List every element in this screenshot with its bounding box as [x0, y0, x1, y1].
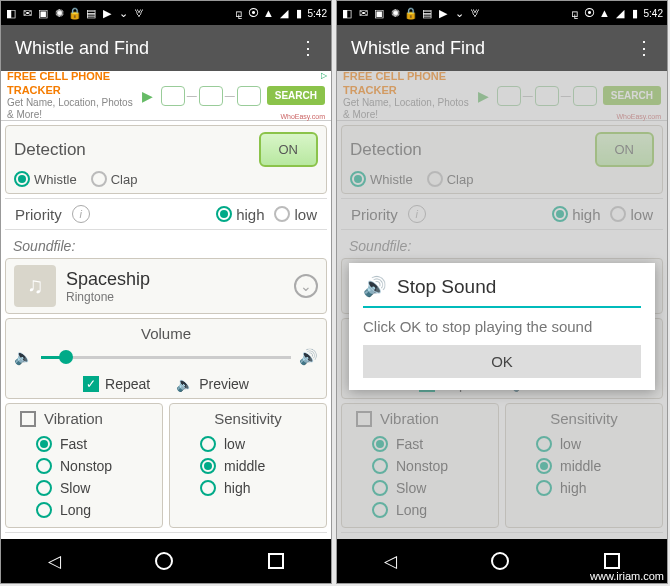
signal-icon: ◢	[278, 7, 290, 19]
ad-subtitle: Get Name, Location, Photos & More!	[7, 97, 134, 121]
notif-icon: ▣	[373, 7, 385, 19]
notif-icon: ▶	[101, 7, 113, 19]
volume-low-icon: 🔈	[14, 348, 33, 366]
volume-high-icon: 🔊	[299, 348, 318, 366]
notif-icon: ▣	[37, 7, 49, 19]
detection-title: Detection	[14, 140, 86, 160]
adchoices-icon[interactable]: ▷	[321, 71, 327, 80]
notif-icon: ✉	[357, 7, 369, 19]
battery-icon: ▮	[629, 7, 641, 19]
stop-sound-dialog: 🔊Stop Sound Click OK to stop playing the…	[349, 263, 655, 390]
repeat-checkbox[interactable]: ✓Repeat	[83, 376, 150, 392]
main-content: Detection ON Whistle Clap Priority i hig…	[1, 121, 331, 539]
notif-icon: ▶	[437, 7, 449, 19]
soundfile-card[interactable]: ♫ Spaceship Ringtone ⌄	[5, 258, 327, 314]
notif-icon: 🔒	[405, 7, 417, 19]
sensitivity-card: Sensitivity low middle high	[169, 403, 327, 528]
detection-toggle[interactable]: ON	[259, 132, 319, 167]
ad-banner[interactable]: FREE CELL PHONE TRACKER Get Name, Locati…	[1, 71, 331, 121]
music-note-icon: ♫	[14, 265, 56, 307]
info-icon[interactable]: i	[72, 205, 90, 223]
priority-high-radio[interactable]: high	[216, 206, 264, 223]
sensitivity-low-radio[interactable]: low	[178, 433, 318, 455]
dialog-ok-button[interactable]: OK	[363, 345, 641, 378]
nav-recent-icon[interactable]	[268, 553, 284, 569]
priority-low-radio[interactable]: low	[274, 206, 317, 223]
sensitivity-title: Sensitivity	[178, 410, 318, 427]
ad-title: FREE CELL PHONE TRACKER	[7, 70, 134, 96]
sensitivity-high-radio[interactable]: high	[178, 477, 318, 499]
clock: 5:42	[308, 8, 327, 19]
notif-icon: ▤	[85, 7, 97, 19]
clap-radio[interactable]: Clap	[91, 171, 138, 187]
app-title: Whistle and Find	[15, 38, 299, 59]
priority-label: Priority	[15, 206, 62, 223]
notif-icon: ✺	[389, 7, 401, 19]
notif-icon: ✉	[21, 7, 33, 19]
dialog-message: Click OK to stop playing the sound	[363, 308, 641, 345]
location-icon: ⦿	[584, 7, 596, 19]
flashlight-row[interactable]: Flashlight	[5, 532, 327, 539]
actionbar: Whistle and Find ⋮	[1, 25, 331, 71]
soundfile-label: Soundfile:	[5, 234, 327, 258]
nav-home-icon[interactable]	[491, 552, 509, 570]
vibration-checkbox[interactable]	[20, 411, 36, 427]
notif-icon: ▤	[421, 7, 433, 19]
watermark: www.iriam.com	[590, 570, 664, 582]
notif-icon: ⩔	[133, 7, 145, 19]
chevron-down-icon[interactable]: ⌄	[294, 274, 318, 298]
overflow-menu-icon[interactable]: ⋮	[635, 37, 653, 59]
nav-home-icon[interactable]	[155, 552, 173, 570]
nav-back-icon[interactable]: ◁	[48, 551, 61, 572]
phone-right: ◧ ✉ ▣ ✺ 🔒 ▤ ▶ ⌄ ⩔ ⚼ ⦿ ▲ ◢ ▮ 5:42 Whistle…	[336, 0, 668, 584]
statusbar: ◧ ✉ ▣ ✺ 🔒 ▤ ▶ ⌄ ⩔ ⚼ ⦿ ▲ ◢ ▮ 5:42	[337, 1, 667, 25]
sound-name: Spaceship	[66, 269, 284, 290]
notif-icon: ✺	[53, 7, 65, 19]
volume-slider[interactable]	[41, 356, 291, 359]
speaker-icon: 🔈	[176, 376, 193, 392]
dialog-title: Stop Sound	[397, 276, 496, 298]
priority-row: Priority i high low	[5, 198, 327, 230]
bluetooth-icon: ⚼	[569, 7, 581, 19]
vibration-card: Vibration Fast Nonstop Slow Long	[5, 403, 163, 528]
statusbar: ◧ ✉ ▣ ✺ 🔒 ▤ ▶ ⌄ ⩔ ⚼ ⦿ ▲ ◢ ▮ 5:42	[1, 1, 331, 25]
vibration-slow-radio[interactable]: Slow	[14, 477, 154, 499]
volume-card: Volume 🔈 🔊 ✓Repeat 🔈Preview	[5, 318, 327, 399]
notif-icon: ◧	[5, 7, 17, 19]
nav-recent-icon[interactable]	[604, 553, 620, 569]
speaker-icon: 🔊	[363, 275, 387, 298]
notif-icon: 🔒	[69, 7, 81, 19]
wifi-icon: ▲	[263, 7, 275, 19]
notif-icon: ◧	[341, 7, 353, 19]
ad-field	[199, 86, 223, 106]
ad-arrow-icon: ▶	[142, 88, 153, 104]
clock: 5:42	[644, 8, 663, 19]
actionbar: Whistle and Find ⋮	[337, 25, 667, 71]
notif-icon: ⌄	[117, 7, 129, 19]
overflow-menu-icon[interactable]: ⋮	[299, 37, 317, 59]
volume-label: Volume	[14, 325, 318, 342]
location-icon: ⦿	[248, 7, 260, 19]
ad-field	[237, 86, 261, 106]
battery-icon: ▮	[293, 7, 305, 19]
ad-search-button[interactable]: SEARCH	[267, 86, 325, 105]
wifi-icon: ▲	[599, 7, 611, 19]
vibration-long-radio[interactable]: Long	[14, 499, 154, 521]
phone-left: ◧ ✉ ▣ ✺ 🔒 ▤ ▶ ⌄ ⩔ ⚼ ⦿ ▲ ◢ ▮ 5:42 Whistle…	[0, 0, 332, 584]
signal-icon: ◢	[614, 7, 626, 19]
navbar: ◁	[1, 539, 331, 583]
sound-type: Ringtone	[66, 290, 284, 304]
ad-brand: WhoEasy.com	[280, 113, 325, 120]
detection-card: Detection ON Whistle Clap	[5, 125, 327, 194]
vibration-nonstop-radio[interactable]: Nonstop	[14, 455, 154, 477]
ad-field	[161, 86, 185, 106]
bluetooth-icon: ⚼	[233, 7, 245, 19]
notif-icon: ⌄	[453, 7, 465, 19]
preview-button[interactable]: 🔈Preview	[176, 376, 249, 392]
notif-icon: ⩔	[469, 7, 481, 19]
app-title: Whistle and Find	[351, 38, 635, 59]
vibration-fast-radio[interactable]: Fast	[14, 433, 154, 455]
whistle-radio[interactable]: Whistle	[14, 171, 77, 187]
sensitivity-middle-radio[interactable]: middle	[178, 455, 318, 477]
nav-back-icon[interactable]: ◁	[384, 551, 397, 572]
